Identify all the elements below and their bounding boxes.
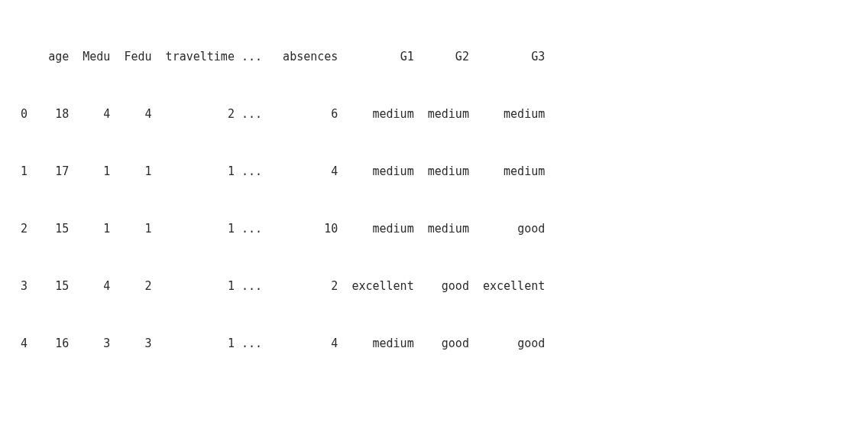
- console-output: ageMeduFedutraveltime...absencesG1G2G3 0…: [0, 0, 868, 426]
- cell-absences: 4: [269, 334, 338, 353]
- cell-g1: medium: [338, 162, 413, 181]
- cell-traveltime: 1: [152, 220, 235, 239]
- cell-g1: medium: [338, 334, 413, 353]
- cell-index: 4: [14, 334, 28, 353]
- cell-g2: medium: [414, 105, 469, 124]
- cell-index: 3: [14, 277, 28, 296]
- cell-dots: ...: [235, 105, 269, 124]
- cell-traveltime: 1: [152, 277, 235, 296]
- cell-traveltime: 2: [152, 105, 235, 124]
- cell-g1: excellent: [338, 277, 413, 296]
- cell-medu: 1: [69, 220, 110, 239]
- cell-medu: 1: [69, 162, 110, 181]
- cell-traveltime: 1: [152, 162, 235, 181]
- blank-line: [14, 392, 854, 411]
- cell-g3: good: [469, 334, 545, 353]
- cell-fedu: 1: [110, 162, 151, 181]
- cell-medu: 4: [69, 105, 110, 124]
- cell-dots: ...: [235, 220, 269, 239]
- cell-g1: medium: [338, 105, 413, 124]
- col-traveltime: traveltime: [152, 47, 235, 67]
- col-absences: absences: [269, 47, 338, 67]
- cell-medu: 4: [69, 277, 110, 296]
- cell-absences: 2: [269, 277, 338, 296]
- col-fedu: Fedu: [110, 47, 151, 67]
- table-row: 117111...4mediummediummedium: [14, 162, 854, 181]
- cell-g3: medium: [469, 162, 545, 181]
- cell-age: 18: [28, 105, 69, 124]
- cell-g3: good: [469, 220, 545, 239]
- cell-dots: ...: [235, 334, 269, 353]
- cell-absences: 4: [269, 162, 338, 181]
- cell-index: 2: [14, 220, 28, 239]
- cell-g2: good: [414, 277, 469, 296]
- cell-fedu: 3: [110, 334, 151, 353]
- cell-g2: good: [414, 334, 469, 353]
- cell-dots: ...: [235, 277, 269, 296]
- cell-age: 16: [28, 334, 69, 353]
- cell-absences: 6: [269, 105, 338, 124]
- cell-g1: medium: [338, 220, 413, 239]
- cell-age: 17: [28, 162, 69, 181]
- cell-age: 15: [28, 277, 69, 296]
- table-header-row: ageMeduFedutraveltime...absencesG1G2G3: [14, 47, 854, 67]
- cell-traveltime: 1: [152, 334, 235, 353]
- table-row: 315421...2excellentgoodexcellent: [14, 277, 854, 296]
- cell-age: 15: [28, 220, 69, 239]
- table-row: 416331...4mediumgoodgood: [14, 334, 854, 353]
- col-ellipsis: ...: [235, 47, 269, 67]
- col-g3: G3: [469, 47, 545, 67]
- cell-index: 0: [14, 105, 28, 124]
- cell-g3: excellent: [469, 277, 545, 296]
- cell-index: 1: [14, 162, 28, 181]
- table-row: 018442...6mediummediummedium: [14, 105, 854, 124]
- table-row: 215111...10mediummediumgood: [14, 220, 854, 239]
- cell-g2: medium: [414, 162, 469, 181]
- cell-fedu: 2: [110, 277, 151, 296]
- col-age: age: [28, 47, 69, 67]
- col-g1: G1: [338, 47, 413, 67]
- cell-fedu: 1: [110, 220, 151, 239]
- col-g2: G2: [414, 47, 469, 67]
- cell-medu: 3: [69, 334, 110, 353]
- cell-dots: ...: [235, 162, 269, 181]
- cell-g3: medium: [469, 105, 545, 124]
- cell-absences: 10: [269, 220, 338, 239]
- col-medu: Medu: [69, 47, 110, 67]
- cell-fedu: 4: [110, 105, 151, 124]
- cell-g2: medium: [414, 220, 469, 239]
